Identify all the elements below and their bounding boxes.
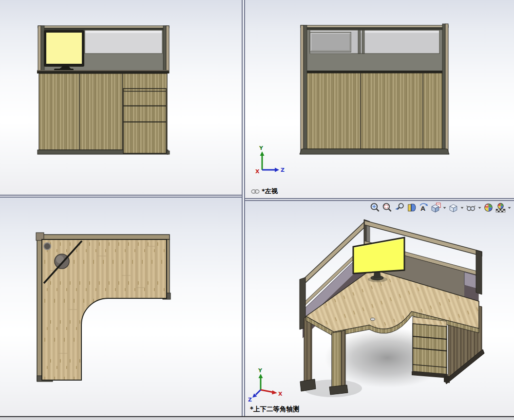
view-orientation-dropdown[interactable]: [442, 202, 447, 213]
display-style-dropdown[interactable]: [460, 202, 464, 213]
edit-appearance-icon[interactable]: [483, 202, 494, 213]
previous-view-icon[interactable]: [394, 202, 405, 213]
side-mullion: [358, 30, 361, 54]
viewport-isometric-view[interactable]: Y X Z: [245, 201, 514, 416]
grommet-hole[interactable]: [44, 243, 51, 250]
view-orientation-icon[interactable]: [430, 202, 441, 213]
apply-scene-dropdown[interactable]: [507, 202, 512, 213]
front-monitor[interactable]: [44, 30, 84, 71]
side-mullion: [362, 30, 364, 54]
axis-x-label: X: [255, 168, 260, 175]
viewport-splitter-horizontal-right[interactable]: [245, 198, 514, 201]
axis-y-label: Y: [259, 145, 264, 151]
iso-left-foot: [300, 379, 316, 391]
front-drawer-unit[interactable]: [123, 89, 166, 153]
section-view-icon[interactable]: [406, 202, 417, 213]
svg-text:A: A: [420, 205, 425, 212]
axis-x-label: X: [278, 391, 283, 397]
hide-show-items-dropdown[interactable]: [477, 202, 482, 213]
axis-z-label: Z: [281, 167, 285, 173]
iso-grommet: [371, 318, 375, 321]
view-orientation-label: *左视: [251, 187, 278, 196]
axis-z-label: Z: [248, 397, 252, 403]
zoom-to-fit-icon[interactable]: [369, 202, 381, 213]
pedestal-foot: [444, 375, 450, 383]
3d-drawing-view-icon[interactable]: A: [418, 202, 429, 213]
viewport-splitter-vertical[interactable]: [242, 0, 245, 416]
iso-drawer-pedestal[interactable]: [412, 317, 450, 383]
side-monitor-back: [310, 32, 351, 52]
iso-left-wall-lower: [304, 316, 312, 386]
link-icon: [251, 189, 260, 194]
view-orientation-label: *上下二等角轴测: [250, 405, 300, 414]
hide-show-items-icon[interactable]: [465, 202, 476, 213]
heads-up-toolbar: A: [369, 202, 512, 213]
side-glass-gap: [351, 31, 358, 53]
view-label-text: *左视: [262, 187, 278, 196]
side-partition[interactable]: [301, 25, 448, 73]
status-bar-edge: [0, 416, 514, 420]
viewport-top-view[interactable]: [0, 198, 242, 416]
front-base-step: [167, 151, 170, 154]
viewport-splitter-horizontal-left[interactable]: [0, 195, 242, 198]
axis-y-label: Y: [258, 367, 263, 374]
reference-triad-side: Y Z X: [255, 145, 285, 175]
front-desk-edge: [37, 70, 169, 73]
reference-triad-iso: Y X Z: [248, 367, 283, 403]
side-wood-panel[interactable]: [304, 73, 442, 149]
apply-scene-icon[interactable]: [495, 202, 506, 213]
display-style-icon[interactable]: [448, 202, 459, 213]
side-base-rail: [300, 149, 449, 154]
viewport-left-view[interactable]: Y Z X *左视: [245, 0, 514, 198]
view-label-text: *上下二等角轴测: [250, 405, 300, 414]
iso-leg-panel[interactable]: [329, 330, 348, 395]
front-glass-panel[interactable]: [85, 30, 162, 54]
solidworks-four-view-workspace: Y Z X *左视: [0, 0, 514, 420]
zoom-to-area-icon[interactable]: [381, 202, 393, 213]
viewport-front-view[interactable]: [0, 0, 242, 195]
